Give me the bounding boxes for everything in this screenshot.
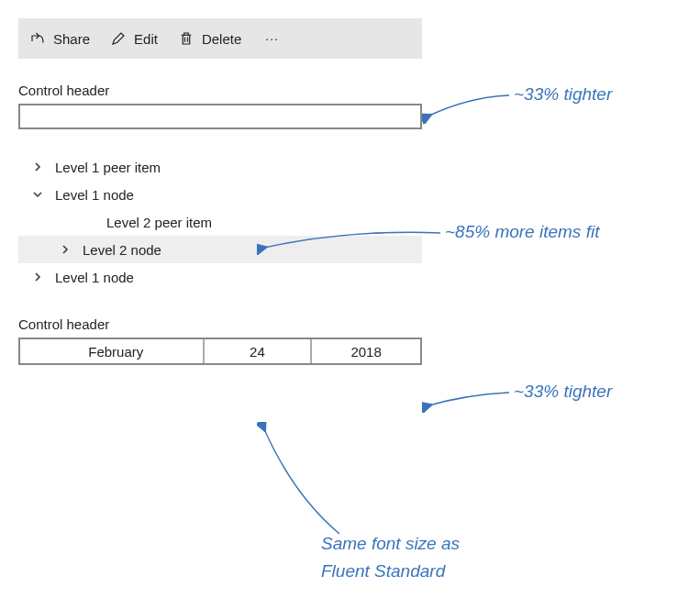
ui-examples-column: Share Edit Delete ···	[18, 18, 422, 365]
date-year[interactable]: 2018	[312, 339, 420, 363]
tree-row[interactable]: Level 1 node	[18, 263, 422, 291]
edit-button[interactable]: Edit	[110, 30, 158, 47]
arrow-icon	[257, 422, 367, 537]
date-day[interactable]: 24	[205, 339, 313, 363]
date-month[interactable]: February	[20, 339, 205, 363]
annotation-more-items: ~85% more items fit	[445, 222, 599, 242]
delete-button[interactable]: Delete	[178, 30, 241, 47]
edit-label: Edit	[134, 31, 158, 47]
share-icon	[29, 30, 46, 47]
annotation-fontsize-2: Fluent Standard	[321, 561, 445, 581]
tree-view: Level 1 peer item Level 1 node Level 2 p…	[18, 153, 422, 291]
tree-item-label: Level 1 node	[55, 270, 134, 285]
date-header: Control header	[18, 316, 422, 332]
more-button[interactable]: ···	[261, 31, 283, 46]
tree-row[interactable]: Level 1 node	[18, 181, 422, 208]
arrow-icon	[422, 389, 514, 416]
chevron-right-icon	[31, 162, 44, 172]
textbox-section: Control header	[18, 83, 422, 129]
more-icon: ···	[265, 31, 279, 46]
date-picker[interactable]: February 24 2018	[18, 338, 422, 365]
chevron-down-icon	[31, 190, 44, 199]
share-label: Share	[53, 31, 90, 47]
tree-item-label: Level 1 node	[55, 187, 134, 203]
delete-label: Delete	[202, 31, 241, 47]
arrow-icon	[422, 90, 514, 127]
arrow-icon	[257, 229, 445, 257]
share-button[interactable]: Share	[29, 30, 90, 47]
date-section: Control header February 24 2018	[18, 316, 422, 365]
command-bar: Share Edit Delete ···	[18, 18, 422, 59]
textbox-header: Control header	[18, 83, 422, 98]
delete-icon	[178, 30, 194, 47]
text-input[interactable]	[18, 104, 422, 129]
annotation-tighter-1: ~33% tighter	[514, 84, 612, 105]
edit-icon	[110, 30, 127, 47]
tree-item-label: Level 2 node	[83, 242, 161, 258]
tree-row[interactable]: Level 1 peer item	[18, 153, 422, 181]
annotation-tighter-2: ~33% tighter	[514, 382, 612, 402]
tree-item-label: Level 2 peer item	[106, 215, 212, 230]
chevron-right-icon	[31, 272, 44, 282]
chevron-right-icon	[59, 245, 72, 254]
tree-item-label: Level 1 peer item	[55, 160, 161, 175]
